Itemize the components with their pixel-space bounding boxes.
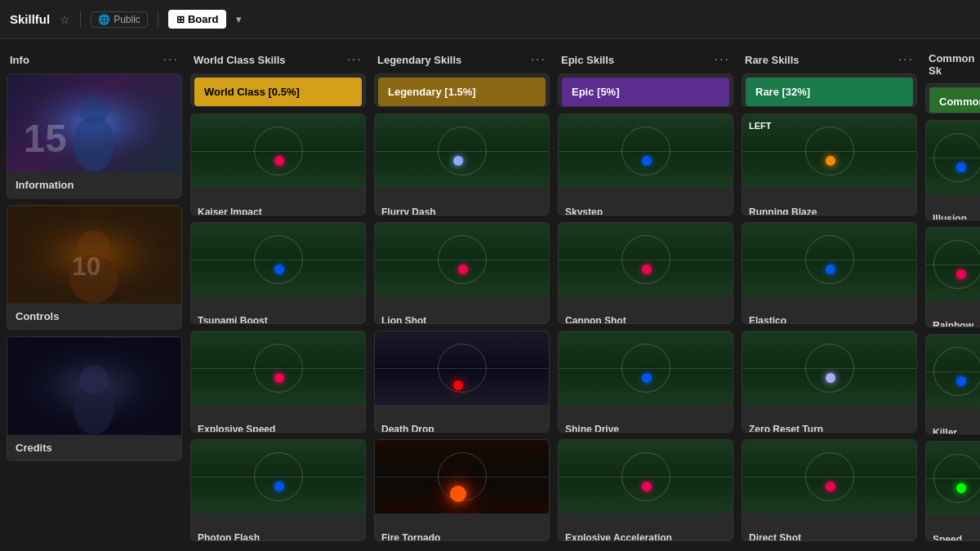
card-information[interactable]: 15 Information — [7, 73, 182, 198]
card-controls-label: Controls — [7, 304, 181, 329]
card-zero-reset-turn-image — [742, 331, 916, 405]
card-death-drop-image — [375, 331, 549, 405]
board-area: Info ··· — [0, 39, 980, 551]
field-h-line-4 — [191, 477, 365, 478]
card-shine-drive-title: Shine Drive — [565, 424, 726, 433]
board-button[interactable]: ⊞ Board — [168, 10, 227, 29]
column-header-world-class: World Class Skills ··· — [190, 49, 366, 73]
card-kaiser-impact-title: Kaiser Impact — [198, 207, 359, 216]
card-killer-slide[interactable]: · ·Killer Slide... — [925, 334, 980, 434]
column-menu-legendary[interactable]: ··· — [531, 52, 546, 67]
field-h-line-2 — [191, 260, 365, 260]
char-silhouette-1: 15 — [7, 74, 181, 172]
card-skystep-image — [559, 114, 733, 188]
field-bg-4 — [191, 440, 365, 513]
tier-label-common: Common — [929, 87, 980, 113]
header-divider-2 — [158, 11, 158, 28]
card-killer-slide-image — [926, 335, 980, 408]
app-name: Skillful — [10, 12, 50, 26]
column-cards-common: Common · ·Illusion Ba... · ·Rainbow R...… — [925, 83, 980, 541]
card-rainbow-r[interactable]: · ·Rainbow R... — [925, 227, 980, 327]
card-speed-bur[interactable]: · ·Speed Bur... — [925, 441, 980, 541]
column-cards-rare: Rare [32%] LEFT · ·Running Blaze · ·Elas… — [742, 73, 917, 541]
tier-card-rare[interactable]: Rare [32%] — [742, 73, 917, 107]
card-tsunami-boost[interactable]: · · Tsunami Boost — [190, 222, 366, 324]
card-skystep-title: Skystep — [565, 207, 726, 216]
card-kaiser-impact[interactable]: · · Kaiser Impact — [190, 113, 366, 216]
card-elastico[interactable]: · ·Elastico — [742, 222, 917, 324]
header: Skillful ☆ 🌐 Public ⊞ Board ▾ — [0, 0, 980, 39]
card-photon-flash[interactable]: · · Photon Flash — [190, 439, 366, 541]
character-dot-3 — [274, 373, 284, 383]
tier-card-common[interactable]: Common — [925, 83, 980, 113]
card-explosive-speed-image — [191, 331, 365, 405]
card-lion-shot-image — [375, 223, 549, 296]
character-dot — [274, 156, 284, 166]
card-controls[interactable]: 10 Controls — [7, 205, 182, 330]
visibility-badge[interactable]: 🌐 Public — [91, 11, 148, 28]
char-silhouette-2: 10 — [7, 206, 181, 304]
tier-card-legendary[interactable]: Legendary [1.5%] — [374, 73, 550, 107]
card-zero-reset-turn[interactable]: · ·Zero Reset Turn — [742, 331, 917, 433]
card-illusion-ba-title: Illusion Ba... — [933, 213, 980, 220]
field-bg-2 — [191, 223, 365, 296]
card-explosive-acceleration-title: Explosive Acceleration — [565, 532, 726, 541]
header-divider — [80, 11, 81, 28]
card-controls-image: 10 — [7, 206, 181, 304]
card-illusion-ba[interactable]: · ·Illusion Ba... — [925, 120, 980, 220]
card-elastico-title: Elastico — [749, 315, 910, 324]
card-flurry-dash[interactable]: · ·Flurry Dash — [374, 113, 550, 216]
column-title-rare: Rare Skills — [745, 54, 800, 66]
card-dots: · · — [198, 194, 359, 203]
card-tsunami-boost-title: Tsunami Boost — [198, 315, 359, 324]
card-explosive-acceleration[interactable]: · ·Explosive Acceleration — [558, 439, 733, 541]
card-cannon-shot-title: Cannon Shot — [565, 315, 726, 324]
card-fire-tornado[interactable]: · ·Fire Tornado — [374, 439, 550, 541]
star-icon[interactable]: ☆ — [60, 13, 70, 26]
public-label: Public — [114, 14, 140, 25]
svg-point-2 — [79, 96, 109, 126]
field-bg — [191, 114, 365, 188]
card-cannon-shot[interactable]: · ·Cannon Shot — [558, 222, 733, 324]
card-dots-4: · · — [198, 520, 359, 529]
card-explosive-speed[interactable]: · · Explosive Speed — [190, 331, 366, 433]
card-skystep[interactable]: · ·Skystep — [558, 113, 733, 216]
column-cards-legendary: Legendary [1.5%] · ·Flurry Dash · ·Lion … — [374, 73, 550, 541]
column-rare: Rare Skills ··· Rare [32%] LEFT · ·Runni… — [742, 49, 917, 541]
column-menu-info[interactable]: ··· — [163, 52, 179, 67]
tier-label-epic: Epic [5%] — [562, 78, 729, 106]
tier-card-epic[interactable]: Epic [5%] — [558, 73, 733, 107]
card-kaiser-impact-image — [191, 114, 365, 188]
card-shine-drive[interactable]: · ·Shine Drive — [558, 331, 733, 433]
tier-card-world-class[interactable]: World Class [0.5%] — [190, 73, 366, 107]
card-credits[interactable]: Credits — [7, 336, 182, 461]
card-credits-image — [7, 337, 181, 435]
column-menu-rare[interactable]: ··· — [898, 52, 914, 67]
card-running-blaze-title: Running Blaze — [749, 207, 910, 216]
card-illusion-ba-image — [926, 121, 980, 194]
tier-label-rare: Rare [32%] — [746, 78, 913, 106]
card-lion-shot[interactable]: · ·Lion Shot — [374, 222, 550, 324]
column-menu-epic[interactable]: ··· — [715, 52, 730, 67]
card-direct-shot[interactable]: · ·Direct Shot — [742, 439, 917, 541]
card-elastico-image — [742, 223, 916, 296]
card-dots-3: · · — [198, 411, 359, 420]
card-tsunami-boost-image — [191, 223, 365, 296]
char-silhouette-3 — [7, 337, 181, 435]
card-information-label: Information — [7, 172, 181, 198]
card-running-blaze-image: LEFT — [742, 114, 916, 188]
column-cards-info: 15 Information — [7, 73, 182, 461]
card-fire-tornado-image — [375, 440, 549, 513]
card-death-drop[interactable]: · ·Death Drop — [374, 331, 550, 433]
column-header-legendary: Legendary Skills ··· — [374, 49, 550, 73]
card-running-blaze[interactable]: LEFT · ·Running Blaze — [742, 113, 917, 216]
card-rainbow-r-image — [926, 228, 980, 301]
card-death-drop-title: Death Drop — [381, 424, 542, 433]
card-photon-flash-image — [191, 440, 365, 513]
column-menu-world-class[interactable]: ··· — [347, 52, 363, 67]
tier-label-world-class: World Class [0.5%] — [194, 78, 362, 106]
field-bg-3 — [191, 331, 365, 405]
chevron-down-button[interactable]: ▾ — [233, 10, 245, 29]
board-icon: ⊞ — [176, 14, 185, 25]
card-flurry-dash-image — [375, 114, 549, 188]
